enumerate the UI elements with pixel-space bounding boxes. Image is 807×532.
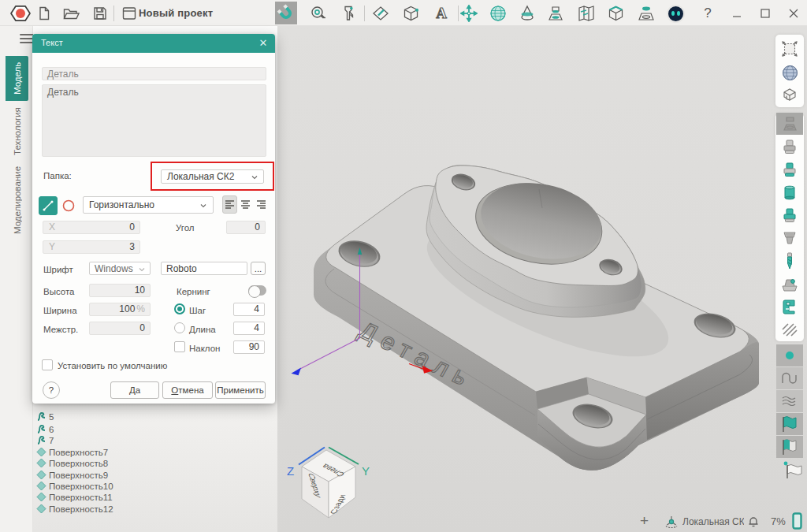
move-tool[interactable] <box>458 2 480 24</box>
mesh-sphere-icon[interactable] <box>780 63 799 82</box>
step-label: Шаг <box>189 306 206 315</box>
bushing-teal-icon[interactable] <box>780 206 799 225</box>
apply-button[interactable]: Применить <box>215 381 266 399</box>
close-button[interactable] <box>782 2 805 25</box>
solid-cube-tool[interactable] <box>400 2 422 24</box>
left-tab-strip: Модель Технология Моделирование <box>0 26 33 532</box>
cone-bushing-icon[interactable] <box>780 229 799 247</box>
text-tool[interactable]: A <box>430 2 452 24</box>
width-field[interactable]: 100% <box>89 303 151 316</box>
tree-item-surface[interactable]: Поверхность7 <box>36 446 108 458</box>
flag-point-icon[interactable] <box>780 460 804 479</box>
clamp-vice-icon[interactable] <box>780 274 799 293</box>
hatch-lines-icon[interactable] <box>780 320 799 339</box>
y-field[interactable]: Y3 <box>43 240 140 254</box>
workpiece-tool[interactable] <box>545 2 567 24</box>
snap-magnet-tool[interactable] <box>275 2 297 24</box>
bushing-teal-flange-icon[interactable] <box>780 160 799 179</box>
measure-tape-tool[interactable] <box>307 2 329 24</box>
dialog-close-icon[interactable]: ✕ <box>257 37 270 50</box>
slant-checkbox[interactable] <box>174 341 185 352</box>
align-center-button[interactable] <box>238 195 253 214</box>
tree-item-surface[interactable]: Поверхность9 <box>36 469 108 481</box>
tree-item-curve[interactable]: 7 <box>36 434 54 446</box>
align-left-button[interactable] <box>222 195 237 214</box>
ok-button[interactable]: Да <box>110 381 159 399</box>
cone-tool[interactable] <box>516 2 538 24</box>
direction-dropdown[interactable]: Горизонтально <box>83 196 214 214</box>
label: Поверхность12 <box>49 504 113 514</box>
tab-modeling[interactable]: Моделирование <box>6 166 28 235</box>
label: Применить <box>217 385 263 395</box>
height-field[interactable]: 10 <box>89 284 151 297</box>
label: 4 <box>254 322 259 333</box>
point-block[interactable] <box>776 344 803 366</box>
font-browse-button[interactable]: ... <box>251 262 266 275</box>
mesh-sphere-tool[interactable] <box>487 2 509 24</box>
angle-field[interactable]: 0 <box>226 221 266 234</box>
line-segment-button[interactable] <box>39 196 58 215</box>
tab-model[interactable]: Модель <box>6 56 28 101</box>
caliper-tool[interactable] <box>337 2 359 24</box>
label: Windows <box>95 263 133 274</box>
help-icon[interactable]: ? <box>697 2 719 24</box>
save-icon[interactable] <box>89 2 111 24</box>
waves-block[interactable] <box>776 390 803 412</box>
tree-item-curve[interactable]: 6 <box>36 423 54 435</box>
tree-item-surface[interactable]: Поверхность10 <box>36 480 113 492</box>
open-folder-icon[interactable] <box>60 2 82 24</box>
active-cs-label[interactable]: Локальная СК2 <box>682 516 744 527</box>
extrude-body-icon[interactable] <box>780 85 799 104</box>
curve-block[interactable] <box>776 367 803 389</box>
sketch-tool[interactable] <box>370 2 392 24</box>
label: 10 <box>135 285 145 296</box>
maximize-button[interactable] <box>753 2 777 25</box>
font-name-field[interactable]: Roboto <box>161 262 247 275</box>
tree-item-surface[interactable]: Поверхность12 <box>36 503 113 515</box>
align-right-button[interactable] <box>254 195 269 214</box>
x-field[interactable]: X0 <box>43 221 140 234</box>
circle-button[interactable] <box>59 196 78 215</box>
bushing-gray-icon[interactable] <box>780 137 799 156</box>
tree-item-surface[interactable]: Поверхность11 <box>36 491 113 503</box>
pedestal-tool[interactable] <box>635 2 657 24</box>
press-tool-icon[interactable] <box>780 114 799 133</box>
flag-teal-block[interactable] <box>776 413 803 435</box>
new-document-icon[interactable] <box>33 2 55 24</box>
add-cs-button[interactable]: + <box>640 512 649 530</box>
cube2-tool[interactable] <box>604 2 627 24</box>
flag-half-block[interactable] <box>776 436 803 458</box>
cnc-machine-icon[interactable] <box>780 297 799 316</box>
slant-field[interactable]: 90 <box>233 340 265 354</box>
cylinder-teal-icon[interactable] <box>780 183 799 202</box>
name-input[interactable]: Деталь <box>42 67 266 80</box>
minimize-button[interactable] <box>725 2 749 25</box>
dialog-help-button[interactable]: ? <box>43 381 60 399</box>
coordinate-system-icon[interactable] <box>664 514 679 531</box>
text-input-area[interactable]: Деталь <box>42 84 266 157</box>
step-radio[interactable] <box>174 303 185 314</box>
kerning-label: Кернинг <box>177 287 210 296</box>
length-radio[interactable] <box>174 322 185 333</box>
map-flag-tool[interactable] <box>575 2 597 24</box>
set-default-checkbox[interactable] <box>42 359 53 370</box>
linespace-field[interactable]: 0 <box>89 322 151 335</box>
font-system-dropdown[interactable]: Windows <box>89 262 151 275</box>
tree-item-surface[interactable]: Поверхность8 <box>36 457 108 469</box>
project-window-icon[interactable] <box>118 2 140 24</box>
viewport-3d[interactable]: Деталь Слева Сверху Сзади Z Y <box>277 26 807 532</box>
surface-patch-icon[interactable] <box>780 39 799 58</box>
assistant-robot-icon[interactable] <box>664 2 686 24</box>
label: ? <box>49 385 54 395</box>
kerning-toggle[interactable] <box>248 285 266 296</box>
dialog-header[interactable]: Текст ✕ <box>32 34 275 53</box>
tree-item-curve[interactable]: 5 <box>36 411 54 422</box>
tab-technology[interactable]: Технология <box>6 107 28 156</box>
length-field[interactable]: 4 <box>233 322 265 335</box>
label: 0 <box>255 221 260 233</box>
notifications-bell-icon[interactable] <box>746 514 761 531</box>
view-cube[interactable]: Слева Сверху Сзади Z Y <box>287 448 370 519</box>
cancel-button[interactable]: Отмена <box>162 381 213 399</box>
step-field[interactable]: 4 <box>233 303 265 316</box>
drill-bit-icon[interactable] <box>780 251 799 270</box>
